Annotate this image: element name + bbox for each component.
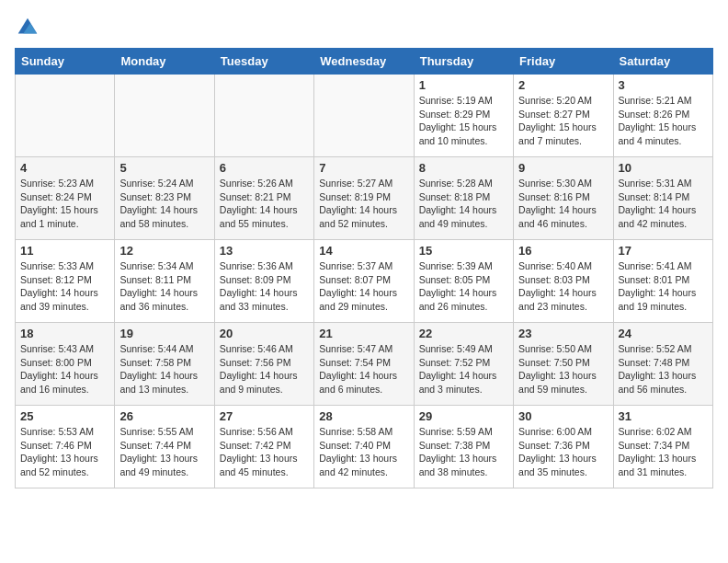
- day-number: 10: [619, 161, 708, 175]
- calendar-week-row: 18Sunrise: 5:43 AM Sunset: 8:00 PM Dayli…: [16, 323, 713, 406]
- calendar-cell: 28Sunrise: 5:58 AM Sunset: 7:40 PM Dayli…: [314, 406, 414, 488]
- calendar-cell: 14Sunrise: 5:37 AM Sunset: 8:07 PM Dayli…: [314, 240, 414, 323]
- day-number: 3: [619, 78, 708, 92]
- calendar-cell: 24Sunrise: 5:52 AM Sunset: 7:48 PM Dayli…: [613, 323, 712, 406]
- day-number: 27: [220, 409, 309, 423]
- day-number: 8: [419, 161, 508, 175]
- logo: [15, 15, 44, 40]
- calendar-cell: 12Sunrise: 5:34 AM Sunset: 8:11 PM Dayli…: [115, 240, 214, 323]
- day-info: Sunrise: 5:56 AM Sunset: 7:42 PM Dayligh…: [220, 425, 309, 479]
- calendar-cell: 6Sunrise: 5:26 AM Sunset: 8:21 PM Daylig…: [214, 157, 313, 240]
- calendar-cell: 25Sunrise: 5:53 AM Sunset: 7:46 PM Dayli…: [16, 406, 115, 488]
- day-info: Sunrise: 5:31 AM Sunset: 8:14 PM Dayligh…: [619, 177, 708, 231]
- calendar-cell: 2Sunrise: 5:20 AM Sunset: 8:27 PM Daylig…: [514, 75, 613, 157]
- day-info: Sunrise: 5:28 AM Sunset: 8:18 PM Dayligh…: [419, 177, 508, 231]
- calendar-cell: 10Sunrise: 5:31 AM Sunset: 8:14 PM Dayli…: [613, 157, 712, 240]
- weekday-header: Sunday: [16, 49, 115, 75]
- day-number: 28: [319, 409, 408, 423]
- calendar-cell: 31Sunrise: 6:02 AM Sunset: 7:34 PM Dayli…: [613, 406, 712, 488]
- calendar-cell: 22Sunrise: 5:49 AM Sunset: 7:52 PM Dayli…: [414, 323, 513, 406]
- day-number: 31: [619, 409, 708, 423]
- weekday-header: Wednesday: [314, 49, 414, 75]
- day-info: Sunrise: 5:34 AM Sunset: 8:11 PM Dayligh…: [119, 259, 209, 314]
- day-number: 7: [319, 161, 408, 175]
- day-number: 12: [119, 244, 209, 258]
- day-number: 18: [20, 327, 109, 340]
- day-number: 11: [20, 244, 109, 258]
- day-info: Sunrise: 5:26 AM Sunset: 8:21 PM Dayligh…: [220, 177, 309, 231]
- calendar-cell: 13Sunrise: 5:36 AM Sunset: 8:09 PM Dayli…: [214, 240, 313, 323]
- day-info: Sunrise: 5:44 AM Sunset: 7:58 PM Dayligh…: [119, 342, 209, 396]
- calendar-cell: [314, 75, 414, 157]
- day-number: 25: [20, 409, 109, 423]
- day-number: 5: [119, 161, 209, 175]
- calendar-cell: 18Sunrise: 5:43 AM Sunset: 8:00 PM Dayli…: [16, 323, 115, 406]
- day-number: 21: [319, 327, 408, 340]
- calendar-cell: 29Sunrise: 5:59 AM Sunset: 7:38 PM Dayli…: [414, 406, 513, 488]
- day-info: Sunrise: 5:37 AM Sunset: 8:07 PM Dayligh…: [319, 259, 408, 314]
- day-info: Sunrise: 5:19 AM Sunset: 8:29 PM Dayligh…: [419, 94, 508, 148]
- calendar-cell: 20Sunrise: 5:46 AM Sunset: 7:56 PM Dayli…: [214, 323, 313, 406]
- calendar-cell: 27Sunrise: 5:56 AM Sunset: 7:42 PM Dayli…: [214, 406, 313, 488]
- day-number: 26: [119, 409, 209, 423]
- page-header: [15, 15, 713, 40]
- day-info: Sunrise: 5:23 AM Sunset: 8:24 PM Dayligh…: [20, 177, 109, 231]
- day-number: 4: [20, 161, 109, 175]
- day-number: 14: [319, 244, 408, 258]
- day-info: Sunrise: 5:30 AM Sunset: 8:16 PM Dayligh…: [518, 177, 608, 231]
- calendar-cell: 9Sunrise: 5:30 AM Sunset: 8:16 PM Daylig…: [514, 157, 613, 240]
- day-number: 13: [220, 244, 309, 258]
- day-info: Sunrise: 5:47 AM Sunset: 7:54 PM Dayligh…: [319, 342, 408, 396]
- day-number: 22: [419, 327, 508, 340]
- day-number: 1: [419, 78, 508, 92]
- day-info: Sunrise: 5:59 AM Sunset: 7:38 PM Dayligh…: [419, 425, 508, 479]
- weekday-header: Saturday: [613, 49, 712, 75]
- logo-icon: [15, 15, 40, 40]
- calendar-cell: 8Sunrise: 5:28 AM Sunset: 8:18 PM Daylig…: [414, 157, 513, 240]
- day-info: Sunrise: 5:43 AM Sunset: 8:00 PM Dayligh…: [20, 342, 109, 396]
- day-number: 17: [619, 244, 708, 258]
- day-info: Sunrise: 5:46 AM Sunset: 7:56 PM Dayligh…: [220, 342, 309, 396]
- day-info: Sunrise: 5:53 AM Sunset: 7:46 PM Dayligh…: [20, 425, 109, 479]
- calendar-cell: 30Sunrise: 6:00 AM Sunset: 7:36 PM Dayli…: [514, 406, 613, 488]
- day-info: Sunrise: 5:40 AM Sunset: 8:03 PM Dayligh…: [518, 259, 608, 314]
- day-info: Sunrise: 5:52 AM Sunset: 7:48 PM Dayligh…: [619, 342, 708, 396]
- weekday-header: Tuesday: [214, 49, 313, 75]
- day-number: 29: [419, 409, 508, 423]
- day-info: Sunrise: 5:39 AM Sunset: 8:05 PM Dayligh…: [419, 259, 508, 314]
- weekday-header: Monday: [115, 49, 214, 75]
- calendar-cell: 17Sunrise: 5:41 AM Sunset: 8:01 PM Dayli…: [613, 240, 712, 323]
- calendar-cell: 19Sunrise: 5:44 AM Sunset: 7:58 PM Dayli…: [115, 323, 214, 406]
- day-info: Sunrise: 5:55 AM Sunset: 7:44 PM Dayligh…: [119, 425, 209, 479]
- day-number: 15: [419, 244, 508, 258]
- calendar: SundayMondayTuesdayWednesdayThursdayFrid…: [15, 48, 713, 488]
- day-number: 2: [518, 78, 608, 92]
- day-number: 9: [518, 161, 608, 175]
- calendar-week-row: 4Sunrise: 5:23 AM Sunset: 8:24 PM Daylig…: [16, 157, 713, 240]
- weekday-header: Thursday: [414, 49, 513, 75]
- day-number: 30: [518, 409, 608, 423]
- calendar-cell: 3Sunrise: 5:21 AM Sunset: 8:26 PM Daylig…: [613, 75, 712, 157]
- day-info: Sunrise: 5:24 AM Sunset: 8:23 PM Dayligh…: [119, 177, 209, 231]
- calendar-cell: 7Sunrise: 5:27 AM Sunset: 8:19 PM Daylig…: [314, 157, 414, 240]
- calendar-cell: 23Sunrise: 5:50 AM Sunset: 7:50 PM Dayli…: [514, 323, 613, 406]
- calendar-week-row: 25Sunrise: 5:53 AM Sunset: 7:46 PM Dayli…: [16, 406, 713, 488]
- day-info: Sunrise: 5:20 AM Sunset: 8:27 PM Dayligh…: [518, 94, 608, 148]
- calendar-cell: 16Sunrise: 5:40 AM Sunset: 8:03 PM Dayli…: [514, 240, 613, 323]
- day-info: Sunrise: 5:49 AM Sunset: 7:52 PM Dayligh…: [419, 342, 508, 396]
- day-info: Sunrise: 6:00 AM Sunset: 7:36 PM Dayligh…: [518, 425, 608, 479]
- day-number: 24: [619, 327, 708, 340]
- calendar-cell: 15Sunrise: 5:39 AM Sunset: 8:05 PM Dayli…: [414, 240, 513, 323]
- day-number: 16: [518, 244, 608, 258]
- calendar-week-row: 11Sunrise: 5:33 AM Sunset: 8:12 PM Dayli…: [16, 240, 713, 323]
- day-number: 20: [220, 327, 309, 340]
- day-number: 23: [518, 327, 608, 340]
- day-info: Sunrise: 5:33 AM Sunset: 8:12 PM Dayligh…: [20, 259, 109, 314]
- day-info: Sunrise: 5:36 AM Sunset: 8:09 PM Dayligh…: [220, 259, 309, 314]
- day-info: Sunrise: 5:58 AM Sunset: 7:40 PM Dayligh…: [319, 425, 408, 479]
- calendar-header-row: SundayMondayTuesdayWednesdayThursdayFrid…: [16, 49, 713, 75]
- calendar-cell: 11Sunrise: 5:33 AM Sunset: 8:12 PM Dayli…: [16, 240, 115, 323]
- calendar-cell: 1Sunrise: 5:19 AM Sunset: 8:29 PM Daylig…: [414, 75, 513, 157]
- calendar-cell: 4Sunrise: 5:23 AM Sunset: 8:24 PM Daylig…: [16, 157, 115, 240]
- day-number: 19: [119, 327, 209, 340]
